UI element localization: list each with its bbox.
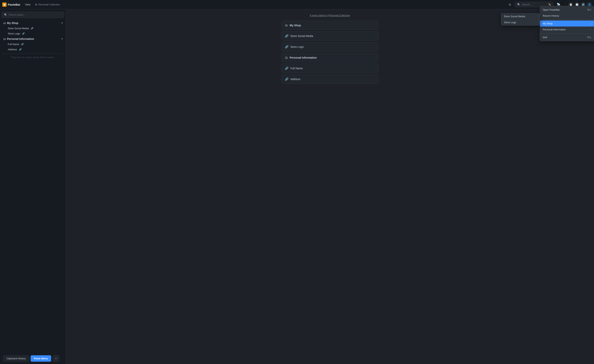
sidebar-item-full-name[interactable]: Full Name 🔗: [6, 42, 64, 47]
dropdown-my-shop[interactable]: My Shop ›: [540, 20, 594, 26]
my-shop-children: Store Social Media 🔗 Store Logo 🔗: [1, 26, 64, 36]
chevron-right-icon-2: ›: [590, 22, 591, 25]
titlebar-menu: View: [23, 2, 32, 7]
content-address-label: Address: [290, 78, 300, 81]
collection-tab-label: Personal Collection: [38, 3, 60, 6]
sidebar-item-store-logo[interactable]: Store Logo 🔗: [6, 31, 64, 36]
recent-history-label: Recent History: [543, 14, 559, 17]
link-icon: 🔗: [31, 27, 34, 30]
sidebar-item-store-social-media[interactable]: Store Social Media 🔗: [6, 26, 64, 31]
dropdown-quit[interactable]: Quit ⌘Q: [540, 34, 594, 40]
sidebar-folder-personal-information[interactable]: 🗂 Personal Information ▾: [1, 36, 64, 42]
sidebar-search-input[interactable]: [9, 13, 62, 16]
sidebar-footer: Clipboard History Paste Menu ≡: [1, 353, 64, 364]
paste-menu-button[interactable]: Paste Menu: [31, 355, 51, 362]
content-store-logo-label: Store Logo: [290, 45, 304, 48]
my-shop-label: My Shop: [7, 21, 18, 25]
link-icon-2: 🔗: [22, 32, 25, 35]
content-item-full-name[interactable]: 🔗 Full Name: [282, 64, 378, 73]
sidebar-folder-my-shop[interactable]: 🗂 My Shop ▾: [1, 20, 64, 26]
search-icon: 🔍: [517, 3, 520, 6]
address-label: Address: [8, 48, 17, 51]
store-submenu: Store Social Media Store Logo: [501, 13, 540, 26]
submenu-store-social-media[interactable]: Store Social Media: [501, 13, 540, 19]
collection-tab-icon: ⊞: [35, 3, 37, 6]
collection-items: 🗂 My Shop 🔗 Store Social Media 🔗 Store L…: [282, 21, 378, 84]
content-full-name-label: Full Name: [290, 67, 303, 70]
list-icon-btn[interactable]: ≡: [53, 355, 59, 362]
link-icon-3: 🔗: [21, 43, 24, 46]
chevron-right-icon: ›: [590, 15, 591, 17]
main-layout: 🔍 🗂 My Shop ▾ Store Social Media 🔗 Store…: [0, 9, 594, 364]
quit-label: Quit: [543, 36, 547, 39]
folder-icon-content: 🗂: [285, 24, 288, 27]
content-personal-information-label: Personal Information: [290, 56, 317, 59]
dropdown-section-3: Quit ⌘Q: [540, 33, 594, 41]
submenu-store-logo[interactable]: Store Logo: [501, 19, 540, 25]
clipboard-history-button[interactable]: Clipboard History: [3, 355, 29, 362]
search-input[interactable]: [522, 3, 547, 6]
dropdown-section-1: Open PasteBar ⌘O Recent History ›: [540, 6, 594, 20]
dropdown-open-pastebar[interactable]: Open PasteBar ⌘O: [540, 7, 594, 13]
app-name: PasteBar: [8, 3, 20, 6]
copy-icon-btn[interactable]: ⧉: [507, 2, 513, 7]
content-item-address[interactable]: 🔗 Address: [282, 74, 378, 84]
sidebar: 🔍 🗂 My Shop ▾ Store Social Media 🔗 Store…: [0, 9, 66, 364]
link-icon-4: 🔗: [19, 48, 22, 51]
link-icon-content-1: 🔗: [285, 34, 289, 38]
dropdown-recent-history[interactable]: Recent History ›: [540, 13, 594, 19]
quit-shortcut: ⌘Q: [587, 36, 591, 39]
content-area: 6 menu items in Personal Collection 🗂 My…: [66, 9, 594, 364]
drag-hint: Drag items to reorder, double click to r…: [1, 54, 64, 61]
personal-information-dropdown-label: Personal Information: [543, 28, 566, 31]
link-icon-content-3: 🔗: [285, 67, 289, 70]
sidebar-search-icon: 🔍: [4, 13, 7, 16]
chevron-right-icon-3: ›: [590, 28, 591, 31]
sidebar-item-address[interactable]: Address 🔗: [6, 47, 64, 52]
full-name-label: Full Name: [8, 43, 19, 46]
app-logo: 📋 PasteBar: [2, 2, 20, 7]
folder-icon-2: 🗂: [3, 37, 6, 40]
sidebar-search-bar: 🔍: [1, 12, 64, 18]
link-icon-content-2: 🔗: [285, 45, 289, 49]
content-item-store-logo[interactable]: 🔗 Store Logo: [282, 42, 378, 52]
collection-tab[interactable]: ⊞ Personal Collection: [35, 3, 60, 6]
my-shop-dropdown-label: My Shop: [543, 22, 553, 25]
link-icon-content-4: 🔗: [285, 78, 289, 81]
folder-icon: 🗂: [3, 21, 6, 25]
dropdown-personal-information[interactable]: Personal Information ›: [540, 26, 594, 32]
open-pastebar-shortcut: ⌘O: [587, 8, 591, 11]
content-store-social-media-label: Store Social Media: [290, 34, 313, 38]
content-item-personal-information[interactable]: 🗂 Personal Information: [282, 53, 378, 62]
logo-icon: 📋: [2, 2, 7, 7]
content-my-shop-label: My Shop: [290, 24, 301, 27]
open-pastebar-label: Open PasteBar: [543, 8, 560, 11]
content-item-my-shop[interactable]: 🗂 My Shop: [282, 21, 378, 30]
system-dropdown: Open PasteBar ⌘O Recent History › My Sho…: [540, 6, 594, 41]
folder-icon-content-2: 🗂: [285, 56, 288, 59]
store-logo-label: Store Logo: [8, 32, 20, 35]
edit-icon: ✏️: [548, 3, 551, 6]
store-social-media-label: Store Social Media: [8, 27, 29, 30]
chevron-down-icon: ▾: [61, 22, 63, 24]
dropdown-section-2: My Shop › Personal Information ›: [540, 20, 594, 33]
sidebar-tree: 🗂 My Shop ▾ Store Social Media 🔗 Store L…: [1, 20, 64, 52]
titlebar: 📋 PasteBar View ⊞ Personal Collection ⧉ …: [0, 0, 594, 9]
collection-name-link[interactable]: Personal Collection: [328, 14, 350, 17]
personal-information-children: Full Name 🔗 Address 🔗: [1, 42, 64, 52]
view-menu-item[interactable]: View: [23, 2, 32, 7]
item-count: 6 menu items in: [310, 14, 328, 17]
content-item-store-social-media[interactable]: 🔗 Store Social Media: [282, 31, 378, 41]
chevron-down-icon-2: ▾: [61, 38, 63, 40]
personal-information-label: Personal Information: [7, 37, 34, 40]
